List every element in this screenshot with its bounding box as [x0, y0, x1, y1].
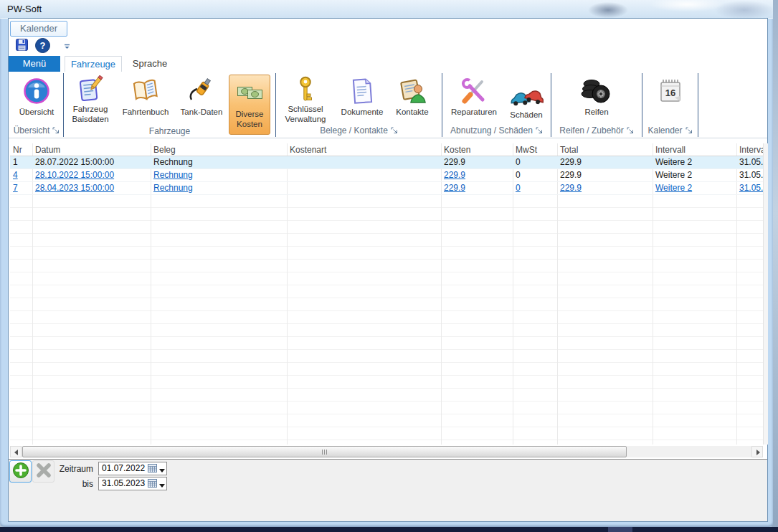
- cell-intervall: 31.05.2: [736, 156, 763, 169]
- table-row-2[interactable]: 728.04.2023 15:00:00Rechnung229.90229.9W…: [10, 182, 763, 195]
- help-icon[interactable]: ?: [35, 38, 50, 56]
- ribbon-group-5: 16Kalender: [642, 73, 698, 137]
- date-to-field[interactable]: 31.05.2023: [98, 477, 167, 490]
- bis-label: bis: [36, 479, 93, 489]
- logbook-icon: [131, 75, 160, 108]
- cell-kostenart: [287, 156, 441, 169]
- ribbon-button-key[interactable]: Schlüssel Verwaltung: [276, 75, 335, 125]
- tab-sprache[interactable]: Sprache: [125, 56, 175, 72]
- dropdown-arrow-icon[interactable]: [159, 484, 165, 490]
- ribbon-button-tires[interactable]: Reifen: [571, 75, 622, 125]
- ribbon-group-1: Fahrzeug BaisdatenFahrtenbuchTank-DatenD…: [64, 73, 276, 137]
- ribbon-group-3: ReparaturenSchädenAbnutzung / Schäden: [442, 73, 551, 137]
- qat-more-icon[interactable]: [63, 41, 71, 54]
- column-header-intervall[interactable]: Intervall: [653, 143, 736, 156]
- cell-mwst[interactable]: 0: [513, 182, 557, 195]
- date-picker-icon[interactable]: [148, 479, 157, 491]
- ribbon-group-label-text: Belege / Kontakte: [320, 125, 388, 136]
- ribbon-button-calendar[interactable]: 16: [649, 75, 692, 125]
- window-titlebar[interactable]: PW-Soft: [0, 0, 773, 18]
- date-picker-icon[interactable]: [148, 464, 157, 476]
- cell-beleg: Rechnung: [151, 156, 287, 169]
- calendar-day-label: 16: [665, 87, 675, 98]
- save-icon[interactable]: [16, 39, 28, 54]
- dialog-launcher-icon[interactable]: [536, 126, 543, 136]
- ribbon-group-label-text: Übersicht: [14, 125, 50, 136]
- vertical-scrollbar[interactable]: [763, 143, 768, 445]
- scroll-right-icon[interactable]: [751, 446, 763, 457]
- ribbon-button-tools[interactable]: Reparaturen: [442, 75, 506, 125]
- dialog-launcher-icon[interactable]: [52, 126, 60, 136]
- date-to-value: 31.05.2023: [102, 478, 145, 488]
- ribbon-group-label: Kalender: [642, 125, 698, 136]
- ribbon-group-label: Abnutzung / Schäden: [442, 125, 551, 136]
- calendar-icon: 16: [656, 75, 685, 108]
- scroll-left-icon[interactable]: [10, 446, 22, 457]
- cell-mwst: 0: [513, 156, 557, 169]
- cell-intervall: Weitere 2: [653, 156, 736, 169]
- column-header-datum[interactable]: Datum: [32, 143, 151, 156]
- ribbon-group-label-text: Fahrzeuge: [149, 126, 190, 136]
- column-header-mwst[interactable]: MwSt: [513, 143, 557, 156]
- ribbon-group-label: Fahrzeuge: [64, 126, 275, 136]
- zeitraum-label: Zeitraum: [36, 464, 93, 474]
- taskbar[interactable]: [0, 527, 778, 532]
- cell-kosten[interactable]: 229.9: [441, 169, 513, 182]
- scrollbar-thumb[interactable]: [22, 446, 627, 457]
- column-header-beleg[interactable]: Beleg: [151, 143, 287, 156]
- ribbon-button-label: Dokumente: [341, 108, 384, 118]
- horizontal-scrollbar[interactable]: [10, 446, 763, 457]
- cell-nr[interactable]: 7: [10, 182, 32, 195]
- cell-total: 229.9: [557, 156, 653, 169]
- dialog-launcher-icon[interactable]: [686, 126, 693, 136]
- cell-mwst: 0: [513, 169, 557, 182]
- ribbon-button-label: Fahrtenbuch: [123, 108, 169, 118]
- cell-datum[interactable]: 28.10.2022 15:00:00: [32, 169, 151, 182]
- table-row-0[interactable]: 128.07.2022 15:00:00Rechnung229.90229.9W…: [10, 156, 763, 169]
- info-icon: [22, 75, 51, 108]
- cell-datum[interactable]: 28.04.2023 15:00:00: [32, 182, 151, 195]
- money-icon: [235, 77, 264, 110]
- window-tab-kalender[interactable]: Kalender: [10, 21, 67, 37]
- cell-kostenart: [287, 169, 441, 182]
- column-header-nr[interactable]: Nr: [10, 143, 32, 156]
- ribbon-button-label: Übersicht: [19, 108, 54, 118]
- cell-beleg[interactable]: Rechnung: [151, 169, 287, 182]
- cell-beleg[interactable]: Rechnung: [151, 182, 287, 195]
- dialog-launcher-icon[interactable]: [627, 126, 634, 136]
- ribbon-group-2: Schlüssel VerwaltungDokumenteKontakteBel…: [276, 73, 442, 137]
- column-header-kostenart[interactable]: Kostenart: [287, 143, 441, 156]
- cell-nr[interactable]: 4: [10, 169, 32, 182]
- ribbon-button-contacts[interactable]: Kontakte: [389, 75, 435, 125]
- cell-total[interactable]: 229.9: [557, 182, 653, 195]
- key-icon: [291, 75, 320, 105]
- ribbon-group-label: Reifen / Zubehör: [551, 125, 642, 136]
- ribbon-button-info[interactable]: Übersicht: [11, 75, 62, 125]
- ribbon-button-logbook[interactable]: Fahrtenbuch: [117, 75, 174, 125]
- ribbon-button-vehicle-data[interactable]: Fahrzeug Baisdaten: [64, 75, 117, 125]
- ribbon-button-document[interactable]: Dokumente: [335, 75, 389, 125]
- dropdown-arrow-icon[interactable]: [159, 469, 165, 475]
- ribbon-button-fuel[interactable]: Tank-Daten: [174, 75, 229, 125]
- cell-intervall: 31.05.2: [736, 169, 763, 182]
- ribbon-group-0: ÜbersichtÜbersicht: [10, 73, 64, 137]
- cell-kosten[interactable]: 229.9: [441, 182, 513, 195]
- column-header-intervall-2[interactable]: Intervall: [736, 143, 763, 156]
- date-from-field[interactable]: 01.07.2022: [98, 462, 167, 475]
- column-header-total[interactable]: Total: [557, 143, 653, 156]
- add-record-button[interactable]: [9, 460, 32, 483]
- cell-intervall[interactable]: 31.05.2: [736, 182, 763, 195]
- column-header-kosten[interactable]: Kosten: [441, 143, 513, 156]
- dialog-launcher-icon[interactable]: [391, 126, 398, 136]
- cell-intervall[interactable]: Weitere 2: [653, 182, 736, 195]
- table-row-1[interactable]: 428.10.2022 15:00:00Rechnung229.90229.9W…: [10, 169, 763, 182]
- ribbon-button-crash[interactable]: Schäden: [506, 75, 547, 125]
- cell-intervall: Weitere 2: [653, 169, 736, 182]
- date-from-value: 01.07.2022: [102, 463, 145, 473]
- ribbon-button-label: Schäden: [510, 110, 542, 120]
- cell-datum: 28.07.2022 15:00:00: [32, 156, 151, 169]
- tools-icon: [460, 75, 488, 108]
- tab-fahrzeuge[interactable]: Fahrzeuge: [65, 56, 122, 72]
- tab-menu[interactable]: Menü: [9, 56, 60, 72]
- document-icon: [348, 75, 376, 108]
